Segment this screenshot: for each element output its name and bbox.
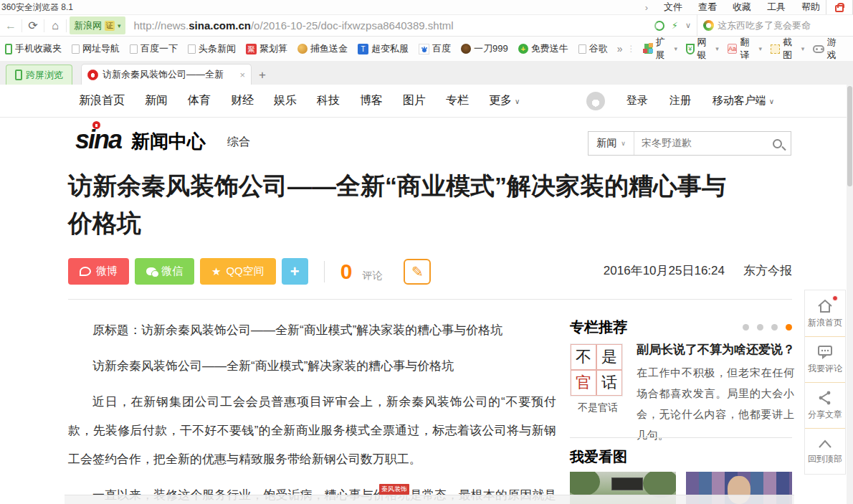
close-icon[interactable]: × [239,70,245,80]
feature-title[interactable]: 副局长说了不算为啥还爱说？ [637,341,798,358]
tool-label: 翻译 [740,36,756,62]
bookmark-label: 聚划算 [259,42,287,55]
scrollbar-thumb[interactable] [847,86,852,186]
rail-label: 回到顶部 [808,453,842,465]
bookmark-baidu-search[interactable]: 百度一下 [125,42,183,55]
site-identity-badge[interactable]: 新浪网 证 ▾ [70,16,125,34]
bookmark-fishing-game[interactable]: 捕鱼送金 [292,42,353,55]
search-icon[interactable] [773,139,782,148]
menu-file[interactable]: 文件 [664,1,682,14]
drag-handle-icon[interactable]: ⋮ [627,44,636,54]
tab-bar: 跨屏浏览 访新余秦风装饰公司——全新 × + [0,61,853,85]
chevron-down-icon: ∨ [515,98,520,105]
nav-sina-home[interactable]: 新浪首页 [79,93,125,108]
search-widget[interactable]: 这东西吃多了竟会要命 [697,14,853,37]
carousel-dot[interactable] [743,324,749,331]
nav-sports[interactable]: 体育 [188,93,211,108]
bookmark-free-gift[interactable]: +免费送牛 [513,42,573,55]
bottom-overlay-bar [65,495,794,504]
screenshot-button[interactable]: 截图▾ [771,36,804,62]
nav-blog[interactable]: 博客 [360,93,383,108]
cross-screen-button[interactable]: 跨屏浏览 [6,65,72,85]
bookmark-site-nav[interactable]: 网址导航 [67,42,125,55]
carousel-dot[interactable] [771,324,778,331]
ju-icon: 聚 [246,44,257,54]
tab-active[interactable]: 访新余秦风装饰公司——全新 × [81,64,252,85]
menu-tools[interactable]: 工具 [767,1,786,14]
games-button[interactable]: 游戏 [813,36,843,62]
bookmark-mobile-favorites[interactable]: 手机收藏夹 [0,42,67,55]
share-label: QQ空间 [226,265,264,278]
refresh-button[interactable]: ⟳ [22,19,44,32]
mobile-client-link[interactable]: 移动客户端∨ [713,94,774,108]
login-link[interactable]: 登录 [626,94,648,108]
nav-more[interactable]: 更多∨ [489,93,520,108]
bookmark-yidao999[interactable]: 一刀999 [456,42,513,55]
search-hotword[interactable]: 这东西吃多了竟会要命 [718,19,811,32]
search-category-select[interactable]: 新闻∨ [588,132,634,155]
rail-label: 我要评论 [808,363,842,375]
url-dropdown-icon[interactable]: ∨ [685,21,691,30]
share-qzone-button[interactable]: ★QQ空间 [200,258,276,285]
comment-label[interactable]: 评论 [362,270,382,282]
section-title[interactable]: 新闻中心 [131,130,206,152]
rail-comment[interactable]: 我要评论 [805,336,845,382]
bookmarks-overflow-icon[interactable]: » [613,43,627,54]
browser-window: 360安全浏览器 8.1 › 文件 查看 收藏 工具 帮助 ← ⟳ ⌂ 新浪网 … [0,0,853,504]
back-button[interactable]: ← [0,19,22,32]
new-tab-button[interactable]: + [252,66,273,85]
url-field[interactable]: http://news.sina.com.cn/o/2016-10-25/doc… [128,19,649,32]
ebank-button[interactable]: ¥网银▾ [686,36,719,62]
bookmark-baidu[interactable]: 百度 [414,42,456,55]
nav-more-label: 更多 [489,94,512,106]
menu-bar: › 文件 查看 收藏 工具 帮助 [645,1,853,14]
article-body: 原标题：访新余秦风装饰公司——全新“商业模式”解决家装的糟心事与价格坑 访新余秦… [68,316,556,504]
carousel-dot-active[interactable] [786,324,792,331]
rail-back-to-top[interactable]: 回到顶部 [805,428,845,474]
phone-icon [15,70,22,80]
speed-mode-icon[interactable]: ⚡ [672,20,678,31]
bookmark-toutiao[interactable]: 头条新闻 [183,42,241,55]
menu-favorites[interactable]: 收藏 [733,1,751,14]
bookmark-private-server[interactable]: T超变私服 [353,42,414,55]
search-input[interactable]: 宋冬野道歉 [634,137,773,150]
cert-icon: 证 [105,21,115,31]
translate-button[interactable]: Aa翻译▾ [728,36,762,62]
share-wechat-button[interactable]: 微信 [135,258,194,285]
nav-finance[interactable]: 财经 [231,93,254,108]
rail-share[interactable]: 分享文章 [805,382,845,428]
share-weibo-button[interactable]: 微博 [68,258,129,285]
feature-thumbnail[interactable]: 不 是 官 话 [570,343,623,396]
menu-collapse-icon[interactable]: › [645,2,648,13]
channel-label[interactable]: 综合 [227,132,250,152]
url-path: /o/2016-10-25/doc-ifxwzpsa8640389.shtml [251,19,454,32]
share-more-button[interactable]: + [282,258,308,285]
mobile-client-label: 移动客户端 [713,94,766,106]
rail-sina-home[interactable]: 新浪首页 [805,290,845,336]
menu-view[interactable]: 查看 [698,1,717,14]
nav-columns[interactable]: 专栏 [446,93,469,108]
menu-help[interactable]: 帮助 [801,1,820,14]
nav-entertainment[interactable]: 娱乐 [274,93,297,108]
nav-news[interactable]: 新闻 [145,93,168,108]
bookmark-juhuasuan[interactable]: 聚聚划算 [241,42,292,55]
thumb-char: 不 [571,344,596,370]
paragraph: 原标题：访新余秦风装饰公司——全新“商业模式”解决家装的糟心事与价格坑 [68,316,556,345]
no-trace-icon[interactable] [654,21,664,31]
register-link[interactable]: 注册 [669,94,691,108]
comment-count[interactable]: 0 [340,260,353,284]
feature-caption[interactable]: 不是官话 [571,401,624,414]
extensions-button[interactable]: 扩展▾ [644,36,678,62]
mall-button[interactable] [826,0,853,16]
bookmark-google[interactable]: 谷歌 [573,42,613,55]
nav-photos[interactable]: 图片 [403,93,426,108]
tool-label: 游戏 [827,36,843,62]
search-engine-icon[interactable] [703,20,714,31]
home-button[interactable]: ⌂ [44,19,66,32]
carousel-dot[interactable] [757,324,763,331]
nav-tech[interactable]: 科技 [317,93,340,108]
sina-logo[interactable]: sina [75,128,121,152]
write-comment-button[interactable]: ✎ [404,259,431,285]
share-bar: 微博 微信 ★QQ空间 + 0 评论 ✎ [68,258,431,285]
source-name[interactable]: 东方今报 [743,264,792,277]
